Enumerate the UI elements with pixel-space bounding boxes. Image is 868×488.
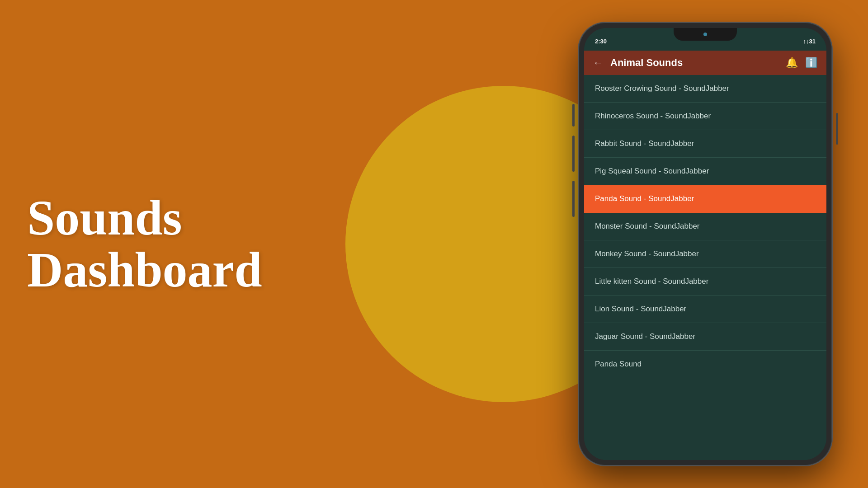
phone-frame: 2:30 ↑↓31 ← Animal Sounds 🔔 ℹ️ Roost xyxy=(579,23,832,465)
app-header: ← Animal Sounds 🔔 ℹ️ xyxy=(584,51,826,75)
sound-item[interactable]: Little kitten Sound - SoundJabber xyxy=(584,268,826,296)
bell-icon[interactable]: 🔔 xyxy=(786,57,798,69)
phone-screen: 2:30 ↑↓31 ← Animal Sounds 🔔 ℹ️ Roost xyxy=(584,28,826,460)
sound-item[interactable]: Monkey Sound - SoundJabber xyxy=(584,240,826,268)
status-time: 2:30 xyxy=(595,38,607,45)
header-icons: 🔔 ℹ️ xyxy=(786,57,817,69)
power-button xyxy=(836,113,838,145)
header-left: ← Animal Sounds xyxy=(593,57,683,69)
phone-mockup: 2:30 ↑↓31 ← Animal Sounds 🔔 ℹ️ Roost xyxy=(579,23,832,465)
status-signal: ↑↓31 xyxy=(803,38,816,45)
sound-item[interactable]: Panda Sound xyxy=(584,351,826,378)
info-icon[interactable]: ℹ️ xyxy=(805,57,817,69)
volume-up-button xyxy=(572,136,575,172)
silent-button xyxy=(572,104,575,127)
back-button[interactable]: ← xyxy=(593,57,603,69)
sound-item[interactable]: Lion Sound - SoundJabber xyxy=(584,296,826,323)
phone-notch xyxy=(674,28,737,41)
sound-item[interactable]: Rooster Crowing Sound - SoundJabber xyxy=(584,75,826,103)
hero-title: Sounds Dashboard xyxy=(27,192,289,296)
sound-list[interactable]: Rooster Crowing Sound - SoundJabberRhino… xyxy=(584,75,826,460)
sound-item[interactable]: Rhinoceros Sound - SoundJabber xyxy=(584,103,826,130)
sound-item[interactable]: Panda Sound - SoundJabber xyxy=(584,185,826,213)
sound-item[interactable]: Jaguar Sound - SoundJabber xyxy=(584,323,826,351)
sound-item[interactable]: Rabbit Sound - SoundJabber xyxy=(584,130,826,158)
notch-camera xyxy=(703,33,707,36)
sound-item[interactable]: Pig Squeal Sound - SoundJabber xyxy=(584,158,826,185)
status-bar: 2:30 ↑↓31 xyxy=(584,28,826,51)
hero-section: Sounds Dashboard xyxy=(0,156,316,333)
app-title: Animal Sounds xyxy=(610,57,683,69)
sound-item[interactable]: Monster Sound - SoundJabber xyxy=(584,213,826,240)
volume-down-button xyxy=(572,181,575,217)
